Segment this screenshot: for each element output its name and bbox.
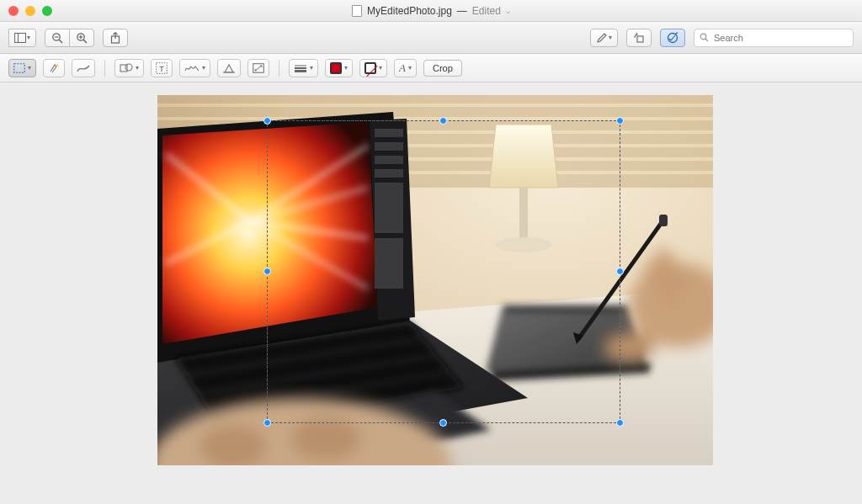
crop-handle-n[interactable] xyxy=(439,117,447,125)
crop-handle-sw[interactable] xyxy=(263,419,271,427)
crop-handle-w[interactable] xyxy=(263,268,271,275)
adjust-color-tool[interactable] xyxy=(217,59,241,77)
svg-line-15 xyxy=(705,39,708,41)
fullscreen-window-button[interactable] xyxy=(42,6,52,16)
view-controls: ▾ xyxy=(8,29,36,47)
filename-label: MyEditedPhoto.jpg xyxy=(367,5,452,17)
markup-toolbar: ▾ ▾ T ▾ ▾ ▾ xyxy=(0,54,862,82)
rotate-button[interactable] xyxy=(626,29,652,47)
svg-point-18 xyxy=(58,66,60,67)
zoom-out-button[interactable] xyxy=(45,29,70,47)
svg-rect-70 xyxy=(659,215,668,226)
title-separator: — xyxy=(457,5,467,17)
fill-color-swatch xyxy=(364,62,376,74)
svg-point-17 xyxy=(56,63,59,66)
crop-selection[interactable] xyxy=(267,120,620,423)
window-controls xyxy=(8,6,52,16)
minimize-window-button[interactable] xyxy=(25,6,35,16)
title-dropdown-chevron-icon[interactable]: ⌵ xyxy=(506,7,510,15)
text-tool[interactable]: T xyxy=(151,59,173,77)
svg-rect-16 xyxy=(14,63,25,72)
annotate-button[interactable]: ▾ xyxy=(590,29,618,47)
window-title: MyEditedPhoto.jpg — Edited ⌵ xyxy=(0,5,862,17)
sketch-tool[interactable] xyxy=(72,59,95,77)
border-color-tool[interactable]: ▾ xyxy=(325,59,353,77)
markup-toggle-button[interactable] xyxy=(660,29,685,47)
rectangular-selection-tool[interactable]: ▾ xyxy=(8,59,36,77)
image-container xyxy=(157,95,713,465)
svg-line-13 xyxy=(675,32,678,34)
titlebar: MyEditedPhoto.jpg — Edited ⌵ xyxy=(0,0,862,22)
search-input[interactable] xyxy=(714,33,848,43)
svg-text:T: T xyxy=(159,64,164,72)
svg-line-6 xyxy=(83,40,87,43)
line-style-tool[interactable]: ▾ xyxy=(289,59,318,77)
close-window-button[interactable] xyxy=(8,6,19,16)
svg-point-20 xyxy=(125,64,132,71)
sign-tool[interactable]: ▾ xyxy=(179,59,210,77)
crop-handle-s[interactable] xyxy=(439,419,447,427)
sidebar-view-button[interactable]: ▾ xyxy=(8,29,36,47)
toolbar-separator xyxy=(279,60,279,77)
instant-alpha-tool[interactable] xyxy=(43,59,65,77)
share-button[interactable] xyxy=(103,29,128,47)
svg-line-26 xyxy=(255,66,262,71)
toolbar-separator xyxy=(104,60,105,77)
search-field[interactable] xyxy=(694,29,854,47)
adjust-size-tool[interactable] xyxy=(247,59,269,77)
crop-handle-se[interactable] xyxy=(616,419,624,427)
svg-rect-0 xyxy=(15,33,26,42)
preview-window: MyEditedPhoto.jpg — Edited ⌵ ▾ ▾ xyxy=(0,0,862,504)
edit-status-label: Edited xyxy=(472,5,501,17)
svg-marker-23 xyxy=(225,65,233,72)
shapes-tool[interactable]: ▾ xyxy=(114,59,144,77)
zoom-controls xyxy=(45,29,94,47)
crop-button-label: Crop xyxy=(433,63,453,73)
border-color-swatch xyxy=(330,62,342,74)
font-style-tool[interactable]: A ▾ xyxy=(394,59,417,77)
canvas-area[interactable] xyxy=(0,82,862,504)
svg-line-3 xyxy=(59,40,62,43)
svg-rect-11 xyxy=(637,36,643,42)
svg-point-14 xyxy=(700,34,706,40)
zoom-in-button[interactable] xyxy=(69,29,94,47)
crop-handle-ne[interactable] xyxy=(616,117,624,125)
search-icon xyxy=(700,33,709,42)
crop-handle-e[interactable] xyxy=(616,268,624,275)
fill-color-tool[interactable]: ▾ xyxy=(359,59,387,77)
crop-handle-nw[interactable] xyxy=(263,117,271,125)
document-icon xyxy=(352,5,362,17)
crop-button[interactable]: Crop xyxy=(423,60,462,77)
main-toolbar: ▾ ▾ xyxy=(0,22,862,54)
